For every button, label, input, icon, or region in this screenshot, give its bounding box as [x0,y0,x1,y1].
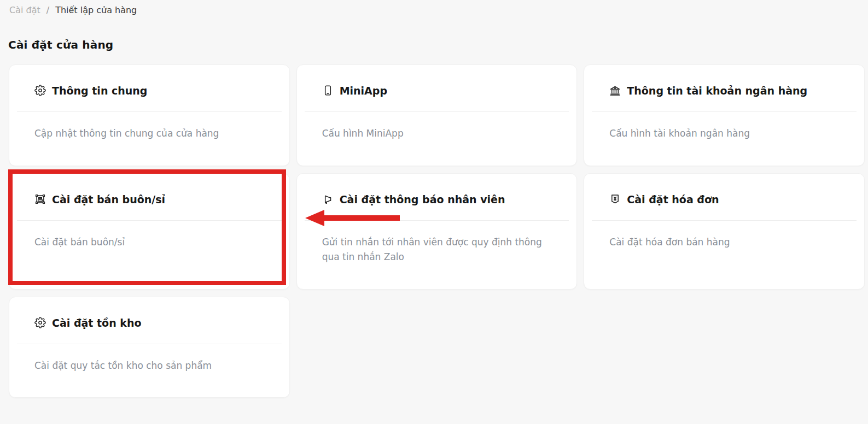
card-description: Cài đặt bán buôn/sỉ [34,235,263,250]
card-header: Cài đặt tồn kho [9,297,289,344]
card-description: Cấu hình tài khoản ngân hàng [609,126,838,141]
card-body: Cấu hình MiniApp [297,112,577,141]
card-description: Cài đặt hóa đơn bán hàng [609,235,838,250]
card-title: Thông tin tài khoản ngân hàng [627,85,807,97]
breadcrumb-item-settings[interactable]: Cài đặt [9,5,40,15]
card-description: Gửi tin nhắn tới nhân viên được quy định… [322,235,551,264]
card-body: Gửi tin nhắn tới nhân viên được quy định… [297,221,577,264]
card-title: Cài đặt tồn kho [52,317,142,329]
settings-cards-grid: Thông tin chung Cập nhật thông tin chung… [9,64,865,398]
card-body: Cài đặt quy tắc tồn kho cho sản phẩm [9,344,289,373]
megaphone-icon [322,193,334,205]
settings-card-miniapp[interactable]: MiniApp Cấu hình MiniApp [296,64,578,166]
card-header: Thông tin chung [9,65,289,111]
page-title: Cài đặt cửa hàng [8,38,113,51]
bank-icon [609,85,621,96]
invoice-icon [609,193,621,205]
gear-icon [34,317,46,328]
card-header: Thông tin tài khoản ngân hàng [584,65,864,111]
card-header: Cài đặt thông báo nhân viên [297,174,577,220]
settings-card-cai-dat-hoa-don[interactable]: Cài đặt hóa đơn Cài đặt hóa đơn bán hàng [584,173,865,290]
settings-card-cai-dat-ton-kho[interactable]: Cài đặt tồn kho Cài đặt quy tắc tồn kho … [9,297,290,398]
card-title: Cài đặt thông báo nhân viên [340,193,505,205]
breadcrumb: Cài đặt / Thiết lập cửa hàng [9,5,137,15]
card-description: Cấu hình MiniApp [322,126,551,141]
card-title: Cài đặt hóa đơn [627,193,719,205]
card-title: MiniApp [340,85,387,97]
card-header: MiniApp [297,65,577,111]
breadcrumb-item-current: Thiết lập cửa hàng [55,5,137,15]
settings-card-cai-dat-ban-buon-si[interactable]: Cài đặt bán buôn/sỉ Cài đặt bán buôn/sỉ [9,173,290,290]
wholesale-icon [34,193,46,205]
card-body: Cập nhật thông tin chung của cửa hàng [9,112,289,141]
card-description: Cập nhật thông tin chung của cửa hàng [34,126,263,141]
card-body: Cài đặt hóa đơn bán hàng [584,221,864,250]
card-title: Thông tin chung [52,85,147,97]
settings-card-thong-tin-chung[interactable]: Thông tin chung Cập nhật thông tin chung… [9,64,290,166]
card-description: Cài đặt quy tắc tồn kho cho sản phẩm [34,358,263,373]
card-body: Cấu hình tài khoản ngân hàng [584,112,864,141]
gear-icon [34,85,46,96]
settings-card-cai-dat-thong-bao-nhan-vien[interactable]: Cài đặt thông báo nhân viên Gửi tin nhắn… [296,173,578,290]
card-header: Cài đặt bán buôn/sỉ [9,174,289,220]
breadcrumb-separator: / [46,5,49,15]
card-body: Cài đặt bán buôn/sỉ [9,221,289,250]
card-header: Cài đặt hóa đơn [584,174,864,220]
smartphone-icon [322,85,334,96]
card-title: Cài đặt bán buôn/sỉ [52,193,165,205]
settings-card-thong-tin-tai-khoan-ngan-hang[interactable]: Thông tin tài khoản ngân hàng Cấu hình t… [584,64,865,166]
